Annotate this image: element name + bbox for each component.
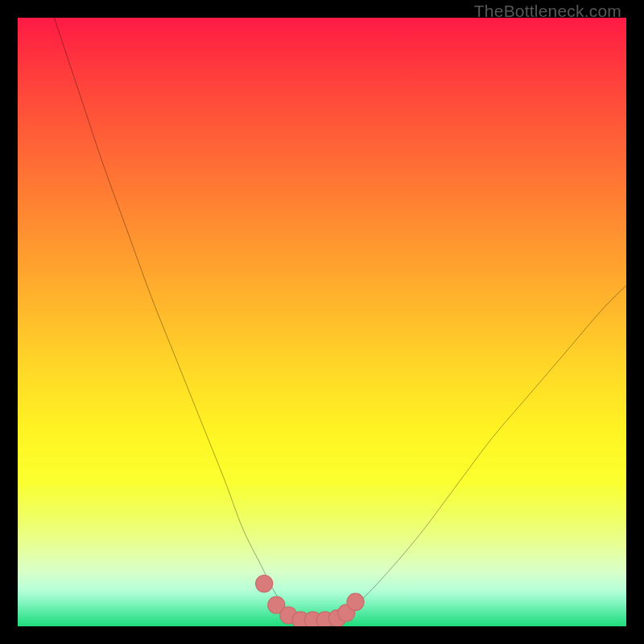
valley-marker bbox=[256, 575, 273, 592]
plot-area bbox=[18, 18, 626, 626]
valley-marker-group bbox=[256, 575, 365, 626]
chart-frame: TheBottleneck.com bbox=[0, 0, 644, 644]
bottleneck-curve bbox=[54, 18, 626, 621]
curve-layer bbox=[18, 18, 626, 626]
valley-marker bbox=[347, 593, 364, 610]
